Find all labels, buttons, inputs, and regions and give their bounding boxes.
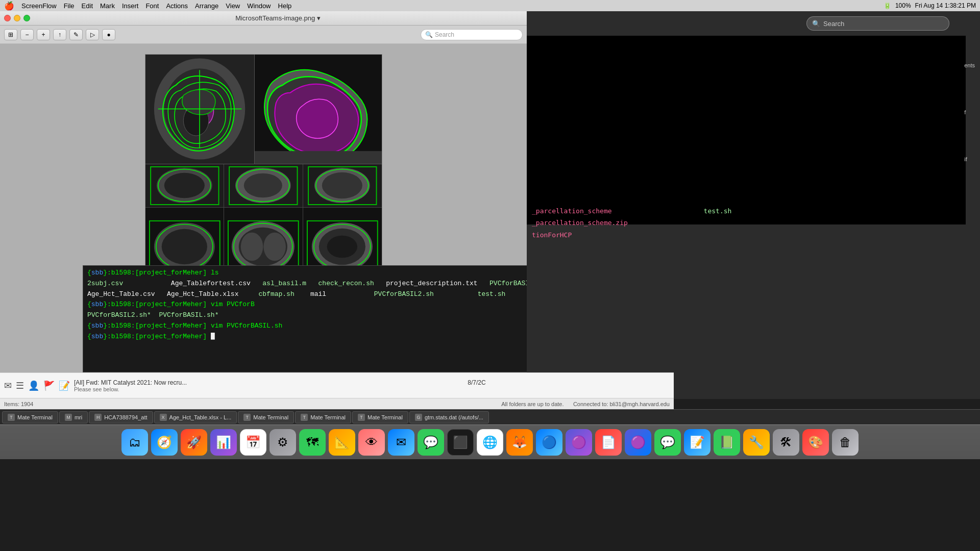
dock-teams[interactable]: 🟣 xyxy=(625,429,651,456)
dock-firefox[interactable]: 🦊 xyxy=(506,429,533,456)
taskbar-label-2: HCA7388794_att xyxy=(104,414,147,420)
taskbar-item-3[interactable]: X Age_Hct_Table.xlsx - L... xyxy=(154,411,237,423)
taskbar-item-4[interactable]: T Mate Terminal xyxy=(238,411,294,423)
apple-menu[interactable]: 🍎 xyxy=(4,1,14,11)
dock-terminal[interactable]: ⬛ xyxy=(447,429,474,456)
sf-share-button[interactable]: ↑ xyxy=(53,29,66,40)
menu-font[interactable]: Font xyxy=(145,2,159,10)
dock-sysprefs[interactable]: ⚙ xyxy=(270,429,296,456)
menu-file[interactable]: File xyxy=(64,2,75,10)
right-search-bar[interactable]: 🔍 Search xyxy=(806,16,949,31)
mri-image: A B xyxy=(145,54,382,286)
right-search-placeholder: Search xyxy=(823,20,844,28)
dock-app7[interactable]: 🔵 xyxy=(536,429,562,456)
taskbar-item-7[interactable]: G gtm.stats.dat (/autofs/... xyxy=(409,411,489,423)
dock-chrome[interactable]: 🌐 xyxy=(477,429,503,456)
menu-view[interactable]: View xyxy=(226,2,240,10)
folders-status: All folders are up to date. xyxy=(501,401,564,407)
sf-minimize-button[interactable] xyxy=(14,15,20,21)
taskbar-icon-3: X xyxy=(160,414,167,421)
dock-app13[interactable]: 💬 xyxy=(654,429,681,456)
dock-acrobat[interactable]: 📄 xyxy=(595,429,622,456)
menu-time: Fri Aug 14 1:38:21 PM xyxy=(915,2,976,9)
sf-title: MicrosoftTeams-image.png ▾ xyxy=(33,14,523,22)
sf-record-button[interactable]: ● xyxy=(102,29,115,40)
dock-app17[interactable]: 🎨 xyxy=(802,429,829,456)
mail-people-icon: 👤 xyxy=(28,380,39,391)
menu-actions[interactable]: Actions xyxy=(166,2,188,10)
menu-battery: 🔋 xyxy=(884,2,891,9)
dock-calendar[interactable]: 📅 xyxy=(240,429,266,456)
right-edge-files: ents f if xyxy=(964,62,975,162)
taskbar-label-0: Mate Terminal xyxy=(17,414,53,420)
sf-play-button[interactable]: ▷ xyxy=(86,29,99,40)
sf-search-icon: 🔍 xyxy=(425,31,433,38)
mail-list-icon: ☰ xyxy=(16,380,24,391)
file-tion-for-hcp: tionForHCP xyxy=(532,231,572,239)
menu-arrange[interactable]: Arrange xyxy=(195,2,218,10)
taskbar-icon-4: T xyxy=(243,414,251,421)
dock-app15[interactable]: 🔧 xyxy=(743,429,770,456)
sf-zoom-out-button[interactable]: − xyxy=(20,29,34,40)
edge-file-ents: ents xyxy=(964,62,975,68)
taskbar-label-4: Mate Terminal xyxy=(253,414,288,420)
taskbar-item-2[interactable]: H HCA7388794_att xyxy=(89,411,153,423)
sf-maximize-button[interactable] xyxy=(23,15,30,21)
taskbar-icon-6: T xyxy=(358,414,365,421)
preview-body: Please see below. xyxy=(74,386,670,392)
dock-maps[interactable]: 🗺 xyxy=(299,429,326,456)
right-files-area: _parcellation_scheme test.sh _parcellati… xyxy=(532,205,731,241)
dock-finder[interactable]: 🗂 xyxy=(121,429,148,456)
right-search-icon: 🔍 xyxy=(812,20,820,28)
dock-app8[interactable]: 🟣 xyxy=(566,429,592,456)
menu-insert[interactable]: Insert xyxy=(122,2,139,10)
dock-preview[interactable]: 👁 xyxy=(358,429,385,456)
dock-messages[interactable]: 💬 xyxy=(418,429,444,456)
dock-endnote[interactable]: 📝 xyxy=(684,429,710,456)
mail-preview-bar: ✉ ☰ 👤 🚩 📝 [All] Fwd: MIT Catalyst 2021: … xyxy=(0,372,674,398)
dock-matlab[interactable]: 📐 xyxy=(329,429,355,456)
sf-grid-button[interactable]: ⊞ xyxy=(4,29,17,40)
svg-point-26 xyxy=(264,233,286,261)
dock-keynote[interactable]: 📊 xyxy=(210,429,237,456)
file-parcellation-zip: _parcellation_scheme.zip xyxy=(532,219,628,227)
menu-window[interactable]: Window xyxy=(247,2,271,10)
connected-status: Connected to: bli31@mgh.harvard.edu xyxy=(573,401,670,407)
taskbar-item-5[interactable]: T Mate Terminal xyxy=(295,411,351,423)
sf-zoom-in-button[interactable]: + xyxy=(37,29,50,40)
menu-screenflow[interactable]: ScreenFlow xyxy=(21,2,57,10)
taskbar-item-6[interactable]: T Mate Terminal xyxy=(352,411,408,423)
taskbar-item-1[interactable]: M mri xyxy=(59,411,88,423)
taskbar: T Mate Terminal M mri H HCA7388794_att X… xyxy=(0,409,980,424)
edge-file-if: if xyxy=(964,156,975,162)
taskbar-label-1: mri xyxy=(75,414,82,420)
menu-help[interactable]: Help xyxy=(278,2,292,10)
dock-trash[interactable]: 🗑 xyxy=(832,429,859,456)
file-test-sh-label: test.sh xyxy=(704,207,732,215)
dock-launchpad[interactable]: 🚀 xyxy=(181,429,207,456)
svg-point-25 xyxy=(241,233,263,261)
mri-oc-top xyxy=(224,164,303,208)
dock-mail[interactable]: ✉ xyxy=(388,429,414,456)
mri-panel-a xyxy=(145,55,255,164)
dock-excel[interactable]: 📗 xyxy=(714,429,740,456)
mail-status-right: All folders are up to date. Connected to… xyxy=(501,401,670,407)
sf-close-button[interactable] xyxy=(4,15,11,21)
taskbar-icon-2: H xyxy=(94,414,102,421)
mail-note-icon: 📝 xyxy=(59,380,70,391)
mri-yc-top xyxy=(303,164,382,208)
dock-safari[interactable]: 🧭 xyxy=(151,429,178,456)
mail-message-preview[interactable]: [All] Fwd: MIT Catalyst 2021: Now recru.… xyxy=(74,379,670,392)
taskbar-item-0[interactable]: T Mate Terminal xyxy=(2,411,58,423)
menu-mark[interactable]: Mark xyxy=(100,2,115,10)
taskbar-label-5: Mate Terminal xyxy=(310,414,346,420)
menu-edit[interactable]: Edit xyxy=(82,2,93,10)
taskbar-label-3: Age_Hct_Table.xlsx - L... xyxy=(169,414,232,420)
edge-file-f: f xyxy=(964,109,975,115)
file-test-sh xyxy=(616,207,699,215)
dock-app16[interactable]: 🛠 xyxy=(773,429,799,456)
sf-search-bar[interactable]: 🔍 Search xyxy=(421,29,523,40)
mail-status-bar: Items: 1904 All folders are up to date. … xyxy=(0,398,674,409)
preview-subject: [All] Fwd: MIT Catalyst 2021: Now recru.… xyxy=(74,379,670,386)
sf-edit-button[interactable]: ✎ xyxy=(69,29,83,40)
